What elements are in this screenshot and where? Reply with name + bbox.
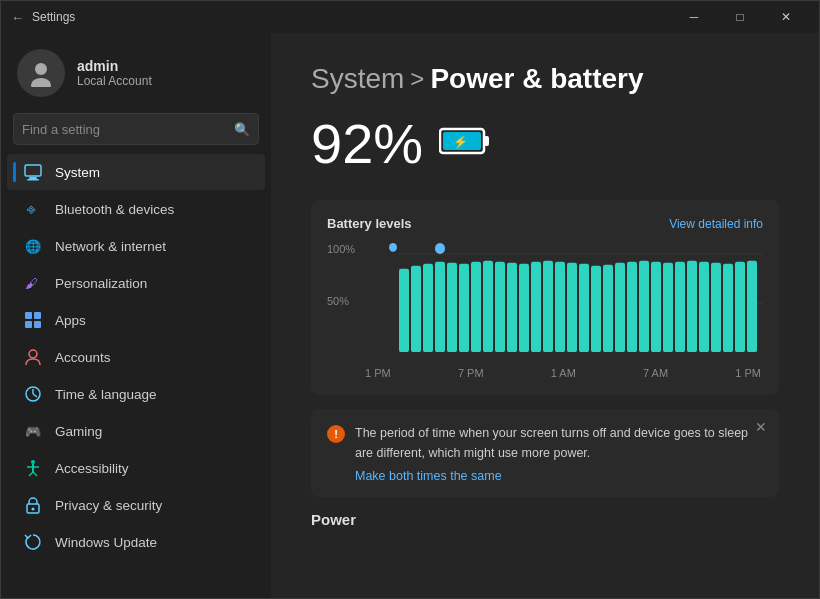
svg-rect-31 — [399, 269, 409, 352]
active-indicator — [13, 162, 16, 182]
minimize-button[interactable]: ─ — [671, 1, 717, 33]
alert-icon: ! — [327, 425, 345, 443]
main-content: System > Power & battery 92% ⚡ — [271, 33, 819, 598]
maximize-button[interactable]: □ — [717, 1, 763, 33]
x-label-7pm: 7 PM — [458, 367, 484, 379]
chart-labels: 1 PM 7 PM 1 AM 7 AM 1 PM — [327, 367, 763, 379]
svg-rect-42 — [531, 262, 541, 352]
svg-text:🎮: 🎮 — [25, 423, 42, 440]
svg-rect-53 — [663, 263, 673, 352]
sidebar-item-bluetooth[interactable]: ⎆Bluetooth & devices — [7, 191, 265, 227]
chart-area: 100% 50% 0% — [327, 243, 763, 363]
svg-text:🖌: 🖌 — [25, 276, 38, 291]
svg-rect-8 — [25, 312, 32, 319]
sidebar-item-windows-update[interactable]: Windows Update — [7, 524, 265, 560]
window-controls: ─ □ ✕ — [671, 1, 809, 33]
breadcrumb-sep: > — [410, 65, 424, 93]
svg-point-1 — [31, 78, 51, 87]
svg-rect-3 — [29, 177, 37, 179]
window-title: Settings — [32, 10, 75, 24]
svg-rect-55 — [687, 261, 697, 352]
svg-rect-25 — [484, 136, 489, 146]
sidebar-item-apps[interactable]: Apps — [7, 302, 265, 338]
svg-line-21 — [33, 472, 37, 476]
bluetooth-icon: ⎆ — [23, 199, 43, 219]
time-icon — [23, 384, 43, 404]
svg-line-15 — [33, 394, 37, 397]
svg-text:⎆: ⎆ — [27, 201, 36, 217]
sidebar-item-accessibility[interactable]: Accessibility — [7, 450, 265, 486]
apps-label: Apps — [55, 313, 86, 328]
svg-rect-35 — [447, 263, 457, 352]
svg-point-61 — [435, 243, 445, 254]
svg-rect-46 — [579, 264, 589, 352]
svg-rect-54 — [675, 262, 685, 352]
chart-title: Battery levels — [327, 216, 412, 231]
y-label-50: 50% — [327, 295, 355, 307]
nav-list: System⎆Bluetooth & devices🌐Network & int… — [1, 153, 271, 561]
battery-chart-section: Battery levels View detailed info 100% 5… — [311, 200, 779, 395]
svg-point-23 — [32, 508, 35, 511]
alert-text: The period of time when your screen turn… — [355, 423, 763, 483]
svg-rect-52 — [651, 262, 661, 352]
svg-text:⚡: ⚡ — [453, 134, 468, 149]
alert-action-link[interactable]: Make both times the same — [355, 469, 763, 483]
svg-rect-50 — [627, 262, 637, 352]
accounts-label: Accounts — [55, 350, 111, 365]
svg-rect-10 — [25, 321, 32, 328]
sidebar-item-privacy[interactable]: Privacy & security — [7, 487, 265, 523]
svg-rect-33 — [423, 264, 433, 352]
accessibility-label: Accessibility — [55, 461, 129, 476]
svg-rect-58 — [723, 264, 733, 352]
alert-banner: ! The period of time when your screen tu… — [311, 409, 779, 497]
svg-rect-34 — [435, 262, 445, 352]
svg-rect-49 — [615, 263, 625, 352]
personalization-label: Personalization — [55, 276, 147, 291]
sidebar-item-gaming[interactable]: 🎮Gaming — [7, 413, 265, 449]
username: admin — [77, 58, 152, 74]
search-icon: 🔍 — [234, 122, 250, 137]
user-type: Local Account — [77, 74, 152, 88]
user-profile[interactable]: admin Local Account — [1, 33, 271, 109]
svg-rect-11 — [34, 321, 41, 328]
gaming-label: Gaming — [55, 424, 102, 439]
svg-rect-60 — [747, 261, 757, 352]
svg-text:🌐: 🌐 — [25, 238, 42, 255]
close-button[interactable]: ✕ — [763, 1, 809, 33]
view-detailed-link[interactable]: View detailed info — [669, 217, 763, 231]
breadcrumb: System > Power & battery — [311, 63, 779, 95]
back-button[interactable]: ← — [11, 10, 24, 25]
svg-rect-57 — [711, 263, 721, 352]
sidebar-item-system[interactable]: System — [7, 154, 265, 190]
battery-icon: ⚡ — [439, 123, 491, 165]
sidebar-item-time[interactable]: Time & language — [7, 376, 265, 412]
gaming-icon: 🎮 — [23, 421, 43, 441]
bluetooth-label: Bluetooth & devices — [55, 202, 174, 217]
svg-rect-32 — [411, 266, 421, 352]
sidebar-item-accounts[interactable]: Accounts — [7, 339, 265, 375]
search-input[interactable] — [22, 122, 234, 137]
chart-header: Battery levels View detailed info — [327, 216, 763, 231]
svg-rect-9 — [34, 312, 41, 319]
svg-point-17 — [31, 460, 35, 464]
breadcrumb-current: Power & battery — [430, 63, 643, 95]
network-label: Network & internet — [55, 239, 166, 254]
search-box[interactable]: 🔍 — [13, 113, 259, 145]
windows-update-label: Windows Update — [55, 535, 157, 550]
svg-line-20 — [29, 472, 33, 476]
x-label-1pm: 1 PM — [365, 367, 391, 379]
svg-rect-51 — [639, 261, 649, 352]
svg-point-30 — [389, 243, 397, 252]
svg-rect-4 — [27, 179, 39, 181]
sidebar: admin Local Account 🔍 System⎆Bluetooth &… — [1, 33, 271, 598]
svg-rect-39 — [495, 262, 505, 352]
sidebar-item-network[interactable]: 🌐Network & internet — [7, 228, 265, 264]
sidebar-item-personalization[interactable]: 🖌Personalization — [7, 265, 265, 301]
battery-percent: 92% — [311, 111, 423, 176]
user-info: admin Local Account — [77, 58, 152, 88]
svg-rect-36 — [459, 264, 469, 352]
svg-rect-45 — [567, 263, 577, 352]
alert-close-button[interactable]: ✕ — [755, 419, 767, 435]
battery-chart-svg — [327, 243, 763, 363]
svg-rect-41 — [519, 264, 529, 352]
